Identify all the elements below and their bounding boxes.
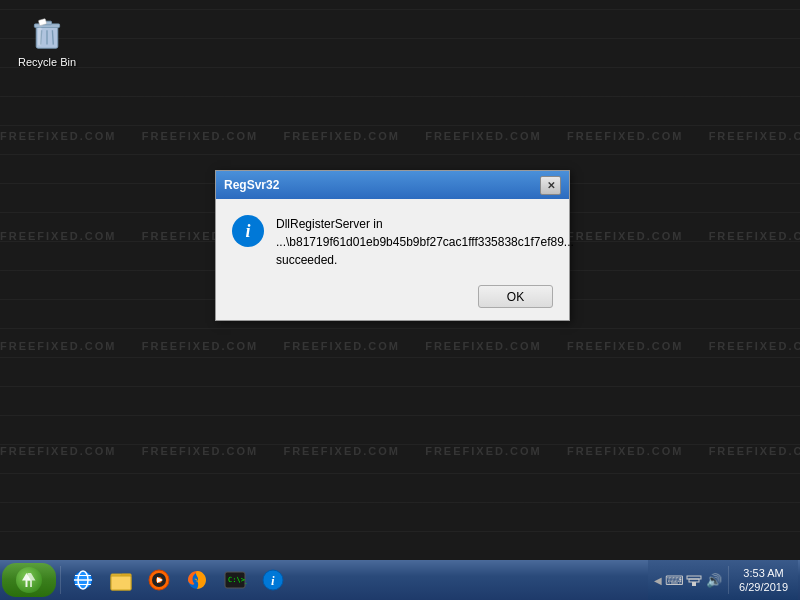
tray-divider — [728, 566, 729, 594]
svg-text:i: i — [271, 573, 275, 588]
svg-rect-24 — [692, 582, 696, 586]
dialog-titlebar: RegSvr32 ✕ — [216, 171, 569, 199]
dialog-footer: OK — [216, 281, 569, 320]
start-button[interactable] — [2, 563, 56, 597]
svg-rect-26 — [687, 576, 701, 579]
dialog-message: DllRegisterServer in ...\b81719f61d01eb9… — [276, 215, 574, 269]
taskbar-info-icon[interactable]: i — [255, 563, 291, 597]
system-tray: ◀ ⌨ 🔊 3:53 AM 6/29/2019 — [648, 560, 798, 600]
tray-keyboard-icon[interactable]: ⌨ — [666, 572, 682, 588]
desktop: FREEFIXED.COM FREEFIXED.COM FREEFIXED.CO… — [0, 0, 800, 560]
taskbar: C:\>_ i ◀ ⌨ 🔊 3:53 AM 6/29/2019 — [0, 560, 800, 600]
clock[interactable]: 3:53 AM 6/29/2019 — [735, 566, 792, 595]
tray-expand-arrow[interactable]: ◀ — [654, 575, 662, 586]
taskbar-divider-1 — [60, 566, 61, 594]
dialog-body: i DllRegisterServer in ...\b81719f61d01e… — [216, 199, 569, 281]
tray-volume-icon[interactable]: 🔊 — [706, 572, 722, 588]
taskbar-mediaplayer-icon[interactable] — [141, 563, 177, 597]
tray-network-icon[interactable] — [686, 572, 702, 588]
taskbar-firefox-icon[interactable] — [179, 563, 215, 597]
dialog-title: RegSvr32 — [224, 178, 540, 192]
tray-icons: ⌨ 🔊 — [666, 572, 722, 588]
dialog-close-button[interactable]: ✕ — [540, 176, 561, 195]
taskbar-filemanager-icon[interactable] — [103, 563, 139, 597]
dialog-overlay: RegSvr32 ✕ i DllRegisterServer in ...\b8… — [0, 0, 800, 560]
taskbar-ie-icon[interactable] — [65, 563, 101, 597]
info-icon: i — [232, 215, 264, 247]
dialog-title-controls: ✕ — [540, 176, 561, 195]
svg-text:C:\>_: C:\>_ — [228, 576, 247, 584]
ok-button[interactable]: OK — [478, 285, 553, 308]
svg-rect-14 — [111, 576, 131, 590]
clock-date: 6/29/2019 — [739, 580, 788, 594]
clock-time: 3:53 AM — [743, 566, 783, 580]
taskbar-terminal-icon[interactable]: C:\>_ — [217, 563, 253, 597]
regsvr32-dialog: RegSvr32 ✕ i DllRegisterServer in ...\b8… — [215, 170, 570, 321]
start-orb — [16, 567, 42, 593]
